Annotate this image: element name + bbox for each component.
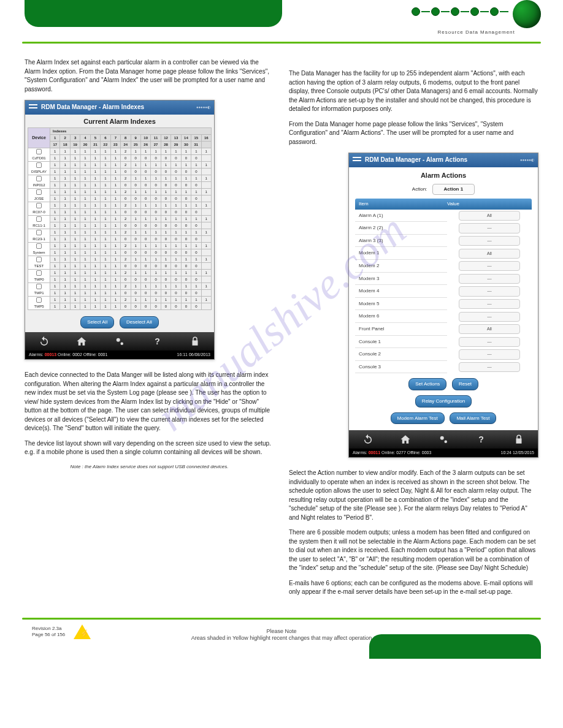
ss1-title: RDM Data Manager - Alarm Indexes [41,103,196,112]
back-icon[interactable] [37,336,51,347]
footer-rule [22,618,541,620]
device-checkbox[interactable] [36,284,42,289]
action-item-row: Modem 5--- [355,298,532,311]
action-item-value[interactable]: --- [459,261,520,271]
device-checkbox[interactable] [36,149,42,154]
action-item-value[interactable]: All [459,211,520,221]
ss1-mini-logo: ●●●●●◐ [196,105,210,110]
globe-icon [513,0,541,28]
lock-icon[interactable] [188,336,202,347]
action-item-row: Console 2--- [355,348,532,361]
ss1-subtitle: Current Alarm Indexes [25,115,214,128]
action-item-row: Alarm 2 (2)--- [355,222,532,235]
device-checkbox[interactable] [36,243,42,249]
action-item-value[interactable]: --- [459,236,520,246]
action-item-value[interactable]: --- [459,299,520,309]
action-item-value[interactable]: --- [459,274,520,284]
device-checkbox[interactable] [36,297,42,303]
device-cell: TMP1 [28,283,50,297]
right-column: The Data Manager has the facility for up… [289,58,538,603]
gears-icon[interactable] [437,434,450,445]
home-icon[interactable] [75,336,88,347]
action-item-row: Modem 2--- [355,260,532,273]
back-icon[interactable] [361,434,375,445]
ss1-timestamp: 16:11 06/08/2013 [177,352,211,358]
right-cfg3: E-mails have 6 options; each can be conf… [289,579,538,597]
brand-logo: Resource Data Management [412,0,541,35]
device-checkbox[interactable] [36,203,42,208]
kv-header: ItemValue [355,199,532,210]
select-all-button[interactable]: Select All [80,316,114,328]
device-checkbox[interactable] [36,189,42,195]
right-cfg1: Select the Action number to view and/or … [289,469,538,522]
device-cell: TEST [28,256,50,270]
help-icon[interactable]: ? [475,434,488,445]
hamburger-icon[interactable] [29,104,37,110]
action-item-value[interactable]: --- [459,362,520,372]
device-checkbox[interactable] [36,230,42,235]
device-cell: RC07-0 [28,202,50,216]
gears-icon[interactable] [113,336,126,347]
ss2-header: RDM Data Manager - Alarm Actions ●●●●●◐ [349,153,538,167]
left-intro: The Alarm Index set against each particu… [25,58,274,94]
footer-warn-title: Please Note [191,628,372,635]
device-checkbox[interactable] [36,257,42,262]
device-cell: RC11-1 [28,216,50,229]
ss2-subtitle: Alarm Actions [355,171,532,181]
action-item-label: Console 3 [355,361,447,374]
ss2-statusbar: Alarms: 00011 Online: 0277 Offline: 0003… [349,449,538,457]
action-item-value[interactable]: --- [459,286,520,296]
revision-text: Revision 2.3a [32,626,65,632]
ss1-header: RDM Data Manager - Alarm Indexes ●●●●●◐ [25,100,214,115]
action-item-value[interactable]: --- [459,223,520,233]
home-icon[interactable] [399,434,412,445]
action-item-value[interactable]: All [459,324,520,334]
left-column: The Alarm Index set against each particu… [25,58,274,603]
action-item-row: Alarm A (1)All [355,210,532,222]
left-note: Note : the Alarm Index service does not … [25,463,274,471]
device-cell: CdTD01 [28,148,50,162]
device-checkbox[interactable] [36,162,42,168]
device-checkbox[interactable] [36,270,42,276]
action-item-label: Alarm 3 (3) [355,235,447,248]
action-item-label: Console 2 [355,348,447,361]
action-item-row: Modem 6--- [355,310,532,323]
index-header-row-top: 12345678910111213141516 [28,135,212,142]
action-item-label: Alarm 2 (2) [355,222,447,235]
action-item-value[interactable]: All [459,249,520,259]
ss2-toolbar: ? [349,430,538,449]
deselect-all-button[interactable]: Deselect All [120,316,159,328]
device-cell: RC23-1 [28,229,50,243]
right-intro: The Data Manager has the facility for up… [289,69,538,114]
help-icon[interactable]: ? [151,336,164,347]
ss2-title: RDM Data Manager - Alarm Actions [365,156,520,165]
action-item-label: Alarm A (1) [355,210,447,222]
modem-test-button[interactable]: Modem Alarm Test [391,412,445,425]
warning-bolt-icon: ⚡ [80,629,89,638]
set-actions-button[interactable]: Set Actions [408,378,446,390]
action-item-row: Modem 3--- [355,273,532,286]
reset-button[interactable]: Reset [452,378,478,390]
action-item-label: Modem 1 [355,247,447,260]
action-select[interactable]: Action 1 [432,184,475,195]
mail-test-button[interactable]: Mail Alarm Test [450,412,496,425]
device-cell: System [28,243,50,256]
relay-config-button[interactable]: Relay Configuration [415,395,472,408]
action-item-value[interactable]: --- [459,312,520,322]
device-checkbox[interactable] [36,176,42,181]
left-body: Each device connected to the Data Manger… [25,371,274,433]
alarm-index-table: Device Indexes 12345678910111213141516 1… [28,127,212,310]
device-checkbox[interactable] [36,216,42,222]
lock-icon[interactable] [512,434,526,445]
hamburger-icon[interactable] [353,157,361,163]
footer-warn-text: Areas shaded in Yellow highlight recent … [191,635,372,642]
action-item-label: Modem 2 [355,260,447,273]
right-body: From the Data Manager home page please f… [289,120,538,147]
action-item-value[interactable]: --- [459,337,520,347]
action-item-row: Modem 1All [355,247,532,260]
ss2-timestamp: 10:24 12/05/2015 [501,450,535,456]
action-item-value[interactable]: --- [459,349,520,359]
header-green-bar [25,0,282,27]
action-item-label: Modem 6 [355,310,447,323]
page-footer: Revision 2.3a Page 56 of 156 ⚡ Please No… [0,623,563,659]
